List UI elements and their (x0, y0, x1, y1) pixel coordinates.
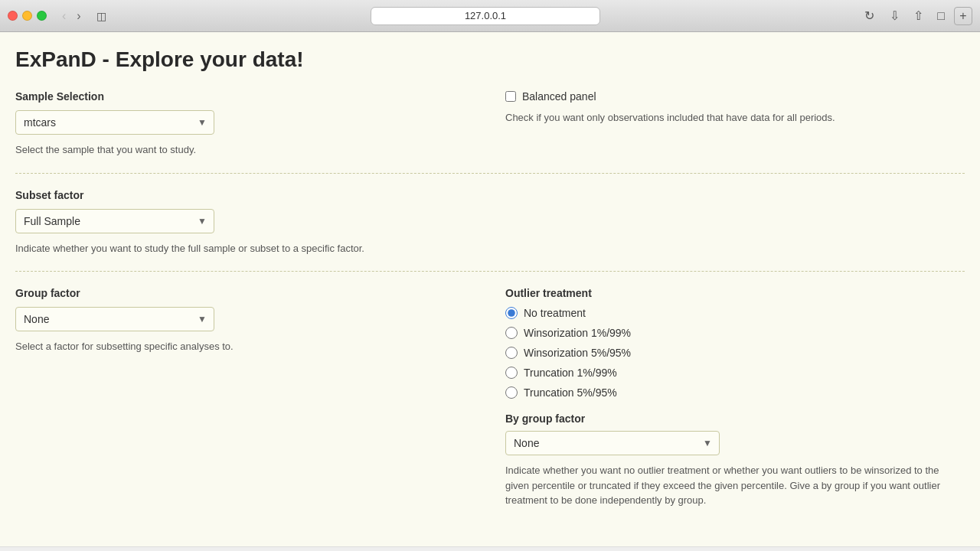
radio-winsorization-1-99-label: Winsorization 1%/99% (524, 327, 631, 339)
share-button[interactable]: ⇧ (909, 7, 928, 24)
sample-selection-section: Sample Selection mtcars ▼ Select the sam… (15, 90, 475, 158)
forward-button[interactable]: › (72, 8, 85, 24)
radio-winsorization-5-95-label: Winsorization 5%/95% (524, 347, 631, 359)
close-button[interactable] (8, 11, 18, 21)
subset-factor-label: Subset factor (15, 189, 965, 201)
maximize-button[interactable] (37, 11, 47, 21)
subset-factor-section: Subset factor Full Sample ▼ Indicate whe… (15, 189, 965, 256)
group-factor-label: Group factor (15, 287, 475, 299)
browser-actions: ⇩ ⇧ □ + (885, 7, 972, 25)
sample-selection-dropdown[interactable]: mtcars (15, 110, 214, 135)
radio-truncation-5-95: Truncation 5%/95% (505, 386, 965, 399)
by-group-factor-description: Indicate whether you want no outlier tre… (505, 463, 965, 508)
radio-winsorization-5-95-input[interactable] (505, 347, 518, 359)
traffic-lights (8, 11, 47, 21)
url-input[interactable] (371, 7, 600, 25)
sample-selection-label: Sample Selection (15, 90, 475, 103)
radio-winsorization-1-99-input[interactable] (505, 327, 518, 339)
radio-truncation-1-99-input[interactable] (505, 367, 518, 379)
new-tab-button[interactable]: + (954, 7, 972, 25)
balanced-panel-row: Balanced panel (505, 90, 965, 103)
subset-factor-wrapper: Full Sample ▼ (15, 209, 214, 233)
by-group-factor-wrapper: None ▼ (505, 431, 720, 455)
refresh-button[interactable]: ↻ (860, 7, 879, 24)
radio-no-treatment-label: No treatment (524, 307, 586, 319)
radio-truncation-5-95-input[interactable] (505, 386, 518, 399)
divider-2 (15, 271, 965, 272)
subset-factor-dropdown[interactable]: Full Sample (15, 209, 214, 233)
subset-factor-description: Indicate whether you want to study the f… (15, 241, 965, 256)
radio-no-treatment-input[interactable] (505, 307, 518, 319)
balanced-panel-description: Check if you want only observations incl… (505, 110, 965, 126)
radio-truncation-1-99: Truncation 1%/99% (505, 367, 965, 379)
bottom-section: Group factor None ▼ Select a factor for … (15, 287, 965, 508)
browser-chrome: ‹ › ◫ ↻ ⇩ ⇧ □ + (0, 0, 980, 32)
scrollbar[interactable] (0, 546, 980, 551)
page-content: ExPanD - Explore your data! Sample Selec… (0, 32, 980, 551)
balanced-panel-section: Balanced panel Check if you want only ob… (505, 90, 965, 135)
divider-1 (15, 173, 965, 174)
radio-winsorization-1-99: Winsorization 1%/99% (505, 327, 965, 339)
group-factor-wrapper: None ▼ (15, 307, 214, 331)
by-group-factor-dropdown[interactable]: None (505, 431, 720, 455)
minimize-button[interactable] (22, 11, 32, 21)
group-factor-section: Group factor None ▼ Select a factor for … (15, 287, 475, 508)
window-button[interactable]: □ (933, 8, 949, 24)
back-button[interactable]: ‹ (57, 8, 70, 24)
page-title: ExPanD - Explore your data! (15, 47, 965, 72)
address-bar (117, 7, 854, 25)
download-button[interactable]: ⇩ (885, 7, 904, 24)
radio-no-treatment: No treatment (505, 307, 965, 319)
sample-selection-wrapper: mtcars ▼ (15, 110, 214, 135)
tab-view-button[interactable]: ◫ (92, 8, 111, 24)
group-factor-dropdown[interactable]: None (15, 307, 214, 331)
radio-truncation-5-95-label: Truncation 5%/95% (524, 386, 617, 399)
sample-selection-description: Select the sample that you want to study… (15, 142, 475, 158)
balanced-panel-label: Balanced panel (522, 90, 596, 103)
outlier-treatment-label: Outlier treatment (505, 287, 965, 299)
outlier-treatment-section: Outlier treatment No treatment Winsoriza… (505, 287, 965, 508)
group-factor-description: Select a factor for subsetting specific … (15, 339, 475, 354)
top-section: Sample Selection mtcars ▼ Select the sam… (15, 90, 965, 158)
outlier-treatment-radio-group: No treatment Winsorization 1%/99% Winsor… (505, 307, 965, 399)
radio-truncation-1-99-label: Truncation 1%/99% (524, 367, 617, 379)
radio-winsorization-5-95: Winsorization 5%/95% (505, 347, 965, 359)
nav-buttons: ‹ › (57, 8, 86, 24)
by-group-factor-label: By group factor (505, 412, 965, 425)
balanced-panel-checkbox[interactable] (505, 91, 516, 102)
